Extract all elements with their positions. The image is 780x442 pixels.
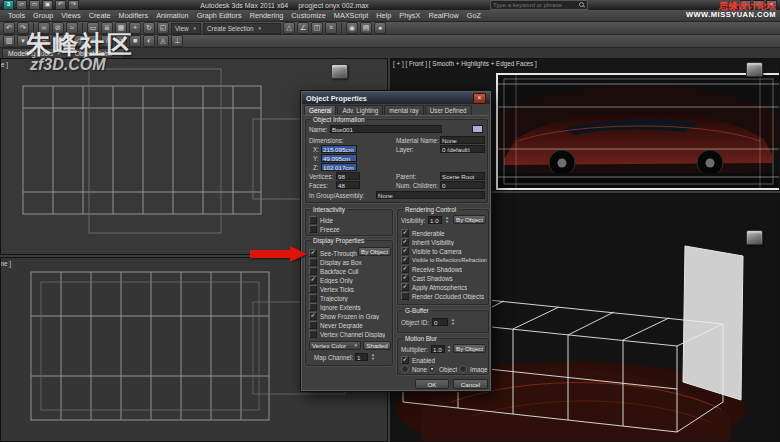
align-icon[interactable]: ≡ (325, 22, 337, 34)
select-and-scale-icon[interactable]: ◱ (157, 22, 169, 34)
visibility-spinner[interactable]: ▲ ▼ (444, 216, 450, 223)
apply-atmospherics-checkbox[interactable]: ✓ (401, 283, 409, 291)
checkbox-row[interactable]: Trajectory (309, 294, 348, 302)
checkbox-row[interactable]: Backface Cull (309, 267, 359, 275)
dialog-titlebar[interactable]: Object Properties × (302, 92, 490, 104)
vertex-channel-display-checkbox[interactable] (309, 330, 317, 338)
menu-views[interactable]: Views (57, 11, 84, 20)
ignore-extents-checkbox[interactable] (309, 303, 317, 311)
constraints-icon[interactable]: ⊥ (171, 35, 183, 47)
object-id-spinner[interactable]: ▲ ▼ (450, 318, 456, 325)
visible-to-reflection-checkbox[interactable]: ✓ (401, 256, 409, 264)
multiplier-spinner[interactable]: ▲ ▼ (446, 345, 452, 352)
search-input[interactable] (493, 2, 577, 9)
name-field[interactable]: Box001 (330, 125, 442, 133)
spinner-down-icon[interactable]: ▼ (446, 349, 452, 353)
viewport-shading-label[interactable]: [ Wireframe ] (0, 260, 11, 267)
reference-coordinate-dropdown[interactable]: View ▼ (171, 23, 201, 34)
radio-row[interactable]: ● Object (428, 365, 457, 373)
vertex-color-dropdown[interactable]: Vertex Color ▼ (309, 341, 361, 350)
checkbox-row[interactable]: ✓ Enabled (401, 356, 435, 364)
close-icon[interactable]: × (473, 93, 486, 104)
renderable-checkbox[interactable]: ✓ (401, 229, 409, 237)
checkbox-row[interactable]: ✓ Inherit Visibility (401, 238, 454, 246)
viewport-header-label[interactable]: [ + ] [ Front ] [ Smooth + Highlights + … (393, 60, 537, 67)
cast-shadows-checkbox[interactable]: ✓ (401, 274, 409, 282)
menu-tools[interactable]: Tools (4, 11, 29, 20)
motion-blur-none-radio[interactable] (401, 365, 409, 373)
menu-animation[interactable]: Animation (152, 11, 192, 20)
checkbox-row[interactable]: ✓ Edges Only (309, 276, 353, 284)
menu-physx[interactable]: PhysX (395, 11, 424, 20)
checkbox-row[interactable]: ✓ Visible to Reflection/Refraction (401, 256, 487, 264)
undo-small-icon[interactable]: ↶ (55, 0, 66, 10)
radio-row[interactable]: Image (459, 365, 488, 373)
checkbox-row[interactable]: ✓ Apply Atmospherics (401, 283, 467, 291)
freeze-checkbox[interactable] (309, 225, 317, 233)
multiplier-value[interactable]: 1,0 (431, 345, 445, 353)
checkbox-row[interactable]: ✓ Receive Shadows (401, 265, 462, 273)
spinner-down-icon[interactable]: ▼ (444, 220, 450, 224)
checkbox-row[interactable]: ✓ Renderable (401, 229, 445, 237)
vertex-ticks-checkbox[interactable] (309, 285, 317, 293)
undo-icon[interactable]: ↶ (3, 22, 15, 34)
hide-checkbox[interactable] (309, 216, 317, 224)
edges-only-checkbox[interactable]: ✓ (309, 276, 317, 284)
named-selection-dropdown[interactable]: Create Selection ▼ (203, 23, 281, 34)
checkbox-row[interactable]: Never Degrade (309, 321, 363, 329)
checkbox-row[interactable]: ✓ Cast Shadows (401, 274, 453, 282)
checkbox-row[interactable]: Vertex Channel Display (309, 330, 385, 338)
visibility-by-object-button[interactable]: By Object (453, 215, 486, 224)
visibility-value[interactable]: 1,0 (428, 216, 442, 224)
redo-small-icon[interactable]: ↷ (68, 0, 79, 10)
map-channel-value[interactable]: 1 (355, 353, 368, 361)
trajectory-checkbox[interactable] (309, 294, 317, 302)
render-setup-icon[interactable]: ▤ (360, 22, 372, 34)
motion-blur-object-radio[interactable]: ● (428, 365, 436, 373)
backface-cull-checkbox[interactable] (309, 267, 317, 275)
select-and-rotate-icon[interactable]: ↻ (143, 22, 155, 34)
menu-customize[interactable]: Customize (287, 11, 329, 20)
inherit-visibility-checkbox[interactable]: ✓ (401, 238, 409, 246)
motion-blur-by-object-button[interactable]: By Object (453, 344, 486, 353)
menu-graph-editors[interactable]: Graph Editors (193, 11, 246, 20)
map-channel-spinner[interactable]: ▲ ▼ (370, 353, 376, 360)
motion-blur-enabled-checkbox[interactable]: ✓ (401, 356, 409, 364)
radio-row[interactable]: None (401, 365, 427, 373)
menu-goz[interactable]: GoZ (463, 11, 485, 20)
open-file-icon[interactable]: ▭ (29, 0, 40, 10)
menu-help[interactable]: Help (372, 11, 395, 20)
checkbox-row[interactable]: Freeze (309, 225, 340, 233)
display-by-object-button[interactable]: By Object (358, 247, 391, 256)
mirror-icon[interactable]: ◫ (311, 22, 323, 34)
menu-group[interactable]: Group (29, 11, 57, 20)
angle-snap-icon[interactable]: ∠ (297, 22, 309, 34)
menu-modifiers[interactable]: Modifiers (115, 11, 153, 20)
checkbox-row[interactable]: Ignore Extents (309, 303, 361, 311)
checkbox-row[interactable]: Display as Box (309, 258, 362, 266)
viewport-shading-label[interactable]: [ Wireframe ] (0, 61, 8, 68)
menu-realflow[interactable]: RealFlow (424, 11, 462, 20)
snaps-toggle-icon[interactable]: △ (283, 22, 295, 34)
soft-selection-icon[interactable]: ◐ (143, 35, 155, 47)
checkbox-row[interactable]: Hide (309, 216, 333, 224)
never-degrade-checkbox[interactable] (309, 321, 317, 329)
shaded-button[interactable]: Shaded (363, 341, 391, 350)
menu-maxscript[interactable]: MAXScript (330, 11, 372, 20)
save-file-icon[interactable]: ▣ (42, 0, 53, 10)
material-editor-icon[interactable]: ◉ (346, 22, 358, 34)
spinner-down-icon[interactable]: ▼ (450, 322, 456, 326)
render-occluded-checkbox[interactable] (401, 292, 409, 300)
render-production-icon[interactable]: ● (374, 22, 386, 34)
checkbox-row[interactable]: Vertex Ticks (309, 285, 354, 293)
menu-rendering[interactable]: Rendering (246, 11, 288, 20)
visible-to-camera-checkbox[interactable]: ✓ (401, 247, 409, 255)
cancel-button[interactable]: Cancel (453, 379, 488, 389)
checkbox-row[interactable]: ✓ Show Frozen in Gray (309, 312, 379, 320)
object-id-value[interactable]: 0 (432, 318, 448, 326)
layer-manager-icon[interactable]: ▥ (3, 35, 15, 47)
receive-shadows-checkbox[interactable]: ✓ (401, 265, 409, 273)
menu-create[interactable]: Create (85, 11, 115, 20)
display-as-box-checkbox[interactable] (309, 258, 317, 266)
spinner-down-icon[interactable]: ▼ (370, 357, 376, 361)
